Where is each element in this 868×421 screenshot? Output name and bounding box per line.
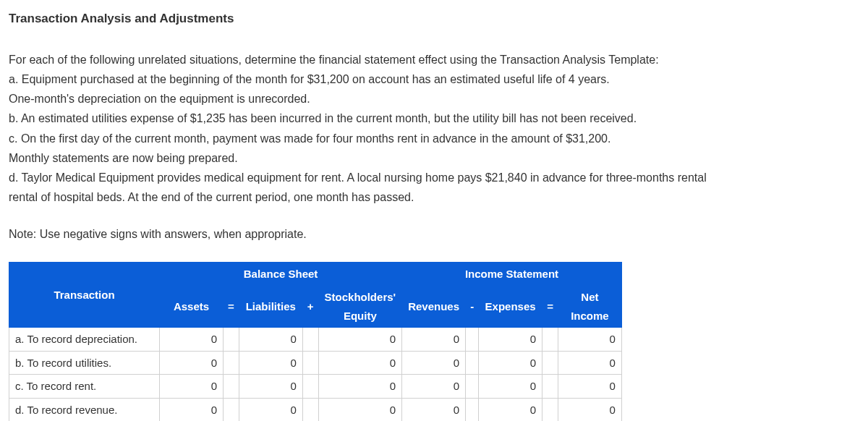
page-title: Transaction Analysis and Adjustments bbox=[9, 9, 859, 30]
header-equals-1: = bbox=[224, 286, 239, 328]
item-a-line1: a. Equipment purchased at the beginning … bbox=[9, 69, 859, 89]
header-income-statement: Income Statement bbox=[402, 262, 622, 286]
header-equals-2: = bbox=[542, 286, 558, 328]
table-row: b. To record utilities. 0 0 0 0 0 0 bbox=[9, 351, 622, 375]
item-d-line1: d. Taylor Medical Equipment provides med… bbox=[9, 168, 859, 187]
input-revenues[interactable]: 0 bbox=[402, 328, 466, 352]
item-c-line2: Monthly statements are now being prepare… bbox=[9, 148, 859, 168]
input-equity[interactable]: 0 bbox=[318, 351, 402, 375]
header-expenses: Expenses bbox=[479, 286, 542, 328]
header-stockholders-equity: Stockholders'Equity bbox=[318, 286, 402, 328]
item-b: b. An estimated utilities expense of $1,… bbox=[9, 109, 859, 128]
input-assets[interactable]: 0 bbox=[160, 351, 224, 375]
transaction-table: Transaction Balance Sheet Income Stateme… bbox=[9, 262, 622, 421]
header-assets: Assets bbox=[160, 286, 224, 328]
input-net-income[interactable]: 0 bbox=[558, 328, 621, 352]
header-minus: - bbox=[466, 286, 479, 328]
row-label-d: d. To record revenue. bbox=[9, 398, 160, 421]
input-revenues[interactable]: 0 bbox=[402, 398, 466, 421]
input-net-income[interactable]: 0 bbox=[558, 398, 621, 421]
table-row: c. To record rent. 0 0 0 0 0 0 bbox=[9, 375, 622, 399]
header-plus: + bbox=[302, 286, 318, 328]
table-row: a. To record depreciation. 0 0 0 0 0 0 bbox=[9, 328, 622, 352]
input-expenses[interactable]: 0 bbox=[479, 328, 542, 352]
header-revenues: Revenues bbox=[402, 286, 466, 328]
input-liabilities[interactable]: 0 bbox=[239, 375, 302, 399]
item-d-line2: rental of hospital beds. At the end of t… bbox=[9, 187, 859, 207]
header-balance-sheet: Balance Sheet bbox=[160, 262, 402, 286]
input-expenses[interactable]: 0 bbox=[479, 375, 542, 399]
table-row: d. To record revenue. 0 0 0 0 0 0 bbox=[9, 398, 622, 421]
header-net-income: Net Income bbox=[558, 286, 621, 328]
row-label-a: a. To record depreciation. bbox=[9, 328, 160, 352]
problem-description: For each of the following unrelated situ… bbox=[9, 50, 859, 208]
input-assets[interactable]: 0 bbox=[160, 328, 224, 352]
header-transaction: Transaction bbox=[9, 262, 160, 328]
item-c-line1: c. On the first day of the current month… bbox=[9, 129, 859, 148]
input-equity[interactable]: 0 bbox=[318, 398, 402, 421]
input-revenues[interactable]: 0 bbox=[402, 351, 466, 375]
intro-text: For each of the following unrelated situ… bbox=[9, 50, 859, 69]
row-label-c: c. To record rent. bbox=[9, 375, 160, 399]
row-label-b: b. To record utilities. bbox=[9, 351, 160, 375]
input-liabilities[interactable]: 0 bbox=[239, 328, 302, 352]
input-revenues[interactable]: 0 bbox=[402, 375, 466, 399]
header-liabilities: Liabilities bbox=[239, 286, 302, 328]
input-equity[interactable]: 0 bbox=[318, 328, 402, 352]
item-a-line2: One-month's depreciation on the equipmen… bbox=[9, 89, 859, 109]
input-net-income[interactable]: 0 bbox=[558, 351, 621, 375]
input-equity[interactable]: 0 bbox=[318, 375, 402, 399]
input-assets[interactable]: 0 bbox=[160, 398, 224, 421]
input-assets[interactable]: 0 bbox=[160, 375, 224, 399]
input-expenses[interactable]: 0 bbox=[479, 398, 542, 421]
note-text: Note: Use negative signs with answers, w… bbox=[9, 224, 859, 244]
input-liabilities[interactable]: 0 bbox=[239, 351, 302, 375]
input-liabilities[interactable]: 0 bbox=[239, 398, 302, 421]
input-net-income[interactable]: 0 bbox=[558, 375, 621, 399]
input-expenses[interactable]: 0 bbox=[479, 351, 542, 375]
